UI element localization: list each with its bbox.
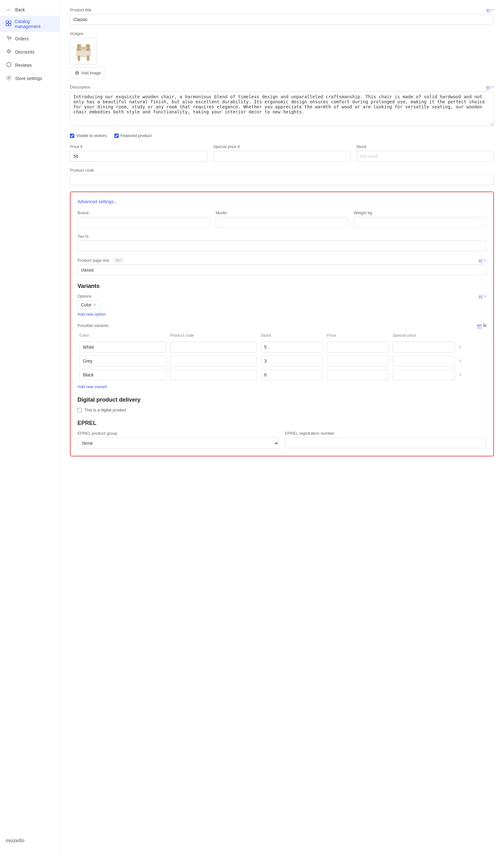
variant-special-input[interactable] bbox=[393, 369, 454, 380]
sidebar-item-orders[interactable]: Orders bbox=[0, 32, 59, 46]
catalog-icon bbox=[6, 20, 12, 28]
special-price-label: Special price € bbox=[213, 144, 351, 149]
desc-lang-en[interactable]: en bbox=[486, 85, 490, 89]
variant-stock-input[interactable] bbox=[261, 369, 323, 380]
product-code-input[interactable] bbox=[70, 175, 494, 185]
col-header-stock: Stock bbox=[259, 332, 325, 340]
sidebar-item-back[interactable]: ← Back bbox=[0, 4, 59, 16]
special-price-input[interactable] bbox=[213, 151, 351, 162]
svg-rect-1 bbox=[9, 21, 11, 23]
variant-code-input[interactable] bbox=[170, 356, 257, 366]
tax-label: Tax % bbox=[77, 234, 486, 239]
col-header-del bbox=[457, 332, 486, 340]
variant-color-input[interactable] bbox=[79, 342, 166, 352]
variant-code-input[interactable] bbox=[170, 342, 257, 352]
weight-input[interactable] bbox=[354, 217, 486, 228]
var-lang-lv[interactable]: lv bbox=[483, 323, 486, 328]
svg-rect-3 bbox=[9, 24, 11, 26]
eprel-group-select[interactable]: None bbox=[77, 437, 279, 449]
svg-point-10 bbox=[8, 77, 10, 79]
possible-variants-row: Possible variants en lv Color Product co… bbox=[77, 323, 486, 389]
variant-price-input[interactable] bbox=[327, 369, 389, 380]
col-header-color: Color bbox=[77, 332, 168, 340]
desc-lang-lv[interactable]: lv bbox=[491, 85, 494, 89]
svg-rect-2 bbox=[6, 24, 8, 26]
remove-option-button[interactable]: × bbox=[93, 303, 96, 307]
settings-icon bbox=[6, 75, 12, 82]
product-code-row: Product code bbox=[70, 168, 494, 185]
table-row: × bbox=[77, 368, 486, 382]
table-row: × bbox=[77, 354, 486, 368]
possible-variants-label: Possible variants bbox=[77, 323, 108, 328]
sidebar-item-settings[interactable]: Store settings bbox=[0, 72, 59, 85]
lang-en-badge[interactable]: en bbox=[486, 8, 490, 12]
featured-checkbox[interactable] bbox=[114, 133, 119, 138]
page-link-input[interactable] bbox=[77, 265, 486, 275]
svg-point-5 bbox=[10, 40, 11, 40]
possible-variants-header: Possible variants en lv bbox=[77, 323, 486, 328]
stock-label: Stock bbox=[356, 144, 494, 149]
tax-input[interactable] bbox=[77, 241, 486, 251]
eprel-number-input[interactable] bbox=[285, 437, 486, 448]
sidebar-item-discounts[interactable]: Discounts bbox=[0, 46, 59, 59]
stock-input[interactable] bbox=[356, 151, 494, 162]
product-title-input[interactable] bbox=[70, 14, 494, 25]
advanced-settings-link[interactable]: Advanced settings... bbox=[77, 199, 117, 204]
digital-title: Digital product delivery bbox=[77, 397, 486, 403]
variant-stock-input[interactable] bbox=[261, 342, 323, 352]
variant-code-input[interactable] bbox=[170, 369, 257, 380]
eprel-number-label: EPREL registration number bbox=[285, 431, 486, 436]
variant-stock-input[interactable] bbox=[261, 356, 323, 366]
sidebar-item-reviews[interactable]: Reviews bbox=[0, 59, 59, 72]
price-input[interactable] bbox=[70, 151, 208, 162]
svg-point-4 bbox=[8, 40, 9, 40]
svg-rect-15 bbox=[87, 56, 89, 61]
var-lang-en[interactable]: en bbox=[477, 323, 482, 328]
variant-special-input[interactable] bbox=[393, 342, 454, 352]
description-label: Description en lv bbox=[70, 85, 494, 89]
visible-checkbox-label[interactable]: Visible to visitors bbox=[70, 133, 107, 138]
col-header-special: Special price bbox=[391, 332, 456, 340]
price-label: Price € bbox=[70, 144, 208, 149]
variant-price-input[interactable] bbox=[327, 342, 389, 352]
opt-lang-en[interactable]: en bbox=[479, 294, 483, 298]
link-lang-en[interactable]: en bbox=[479, 258, 483, 262]
special-price-field: Special price € bbox=[213, 144, 351, 162]
options-label: Options en lv bbox=[77, 294, 486, 298]
model-field: Model bbox=[216, 211, 348, 228]
link-lang-lv[interactable]: lv bbox=[484, 258, 486, 262]
svg-point-7 bbox=[8, 50, 8, 51]
opt-lang-lv[interactable]: lv bbox=[484, 294, 486, 298]
featured-checkbox-label[interactable]: Featured product bbox=[114, 133, 152, 138]
model-input[interactable] bbox=[216, 217, 348, 228]
model-label: Model bbox=[216, 211, 348, 215]
description-textarea[interactable]: Introducing our exquisite wooden chair, … bbox=[70, 91, 494, 126]
variant-color-input[interactable] bbox=[79, 356, 166, 366]
eprel-row: EPREL product group None EPREL registrat… bbox=[77, 431, 486, 449]
stock-field: Stock bbox=[356, 144, 494, 162]
brand-field: Brand bbox=[77, 211, 210, 228]
col-header-code: Product code bbox=[168, 332, 259, 340]
digital-checkbox-label[interactable]: This is a digital product bbox=[77, 407, 486, 412]
add-image-button[interactable]: ⊕ Add image bbox=[70, 67, 106, 78]
variant-special-input[interactable] bbox=[393, 356, 454, 366]
options-row: Options en lv Color × Add new option bbox=[77, 294, 486, 316]
weight-label: Weight kg bbox=[354, 211, 486, 215]
lang-lv-badge[interactable]: lv bbox=[491, 8, 494, 12]
svg-rect-0 bbox=[6, 21, 8, 23]
delete-variant-button[interactable]: × bbox=[458, 344, 462, 350]
variant-price-input[interactable] bbox=[327, 356, 389, 366]
add-variant-link[interactable]: Add new variant bbox=[77, 384, 107, 389]
discounts-icon bbox=[6, 49, 12, 55]
col-header-price: Price bbox=[325, 332, 391, 340]
add-option-link[interactable]: Add new option bbox=[77, 312, 106, 316]
main-content: Product title en lv Images ⊕ Add image bbox=[60, 0, 504, 853]
digital-checkbox[interactable] bbox=[77, 408, 82, 412]
eprel-title: EPREL bbox=[77, 420, 486, 426]
brand-input[interactable] bbox=[77, 217, 210, 228]
delete-variant-button[interactable]: × bbox=[458, 358, 462, 364]
delete-variant-button[interactable]: × bbox=[458, 372, 462, 378]
variant-color-input[interactable] bbox=[79, 369, 166, 380]
sidebar-item-catalog[interactable]: Catalog management bbox=[0, 16, 59, 32]
visible-checkbox[interactable] bbox=[70, 133, 74, 138]
